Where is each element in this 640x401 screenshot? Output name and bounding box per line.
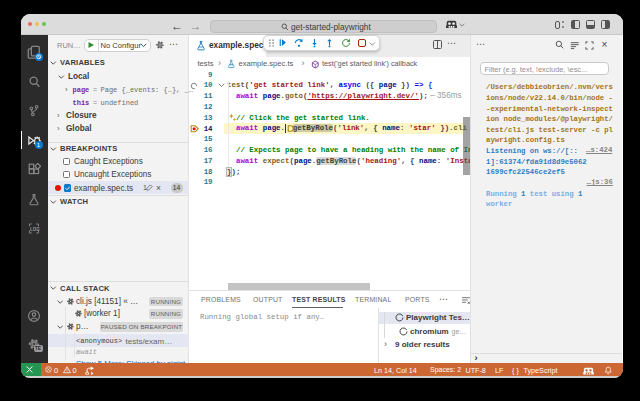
- svg-text:LOG: LOG: [30, 227, 40, 232]
